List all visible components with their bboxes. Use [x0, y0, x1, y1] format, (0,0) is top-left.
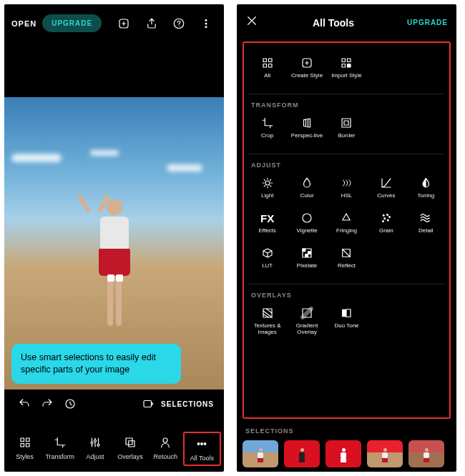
page-title: All Tools: [260, 17, 407, 29]
svg-rect-6: [144, 401, 152, 407]
svg-rect-10: [26, 444, 29, 447]
tool-perspective[interactable]: Perspec-tive: [288, 113, 326, 147]
svg-rect-41: [308, 252, 311, 254]
tool-pixelate[interactable]: Pixelate: [288, 243, 326, 277]
top-bar: OPEN UPGRADE: [4, 4, 224, 42]
selection-thumb[interactable]: [326, 440, 361, 467]
tool-grain[interactable]: Grain: [367, 208, 405, 242]
transform-icon: [52, 435, 68, 450]
crop-icon: [260, 115, 275, 131]
selection-thumb[interactable]: [243, 440, 278, 467]
svg-point-4: [205, 26, 207, 27]
svg-rect-15: [129, 441, 134, 447]
adjust-icon: [87, 435, 103, 450]
tool-detail[interactable]: Detail: [407, 208, 445, 242]
redo-icon[interactable]: [39, 396, 55, 412]
svg-rect-40: [303, 249, 305, 252]
bottom-toolbar: Styles Transform Adjust Overlays Retouch…: [4, 427, 224, 472]
section-overlays: OVERLAYS Textures & Images Gradient Over…: [248, 284, 445, 345]
undo-icon[interactable]: [16, 396, 32, 412]
history-icon[interactable]: [62, 396, 78, 412]
tool-adjust[interactable]: Adjust: [77, 432, 112, 466]
svg-rect-9: [21, 444, 24, 447]
svg-point-18: [201, 443, 203, 445]
tool-vignette[interactable]: Vignette: [288, 208, 326, 242]
effects-icon: FX: [260, 210, 275, 226]
upgrade-button[interactable]: UPGRADE: [407, 19, 448, 26]
svg-rect-20: [263, 59, 267, 62]
tool-crop[interactable]: Crop: [248, 113, 286, 147]
tool-lut[interactable]: LUT: [248, 243, 286, 277]
svg-point-37: [387, 219, 388, 221]
more-icon[interactable]: [200, 16, 212, 31]
section-header: ADJUST: [248, 160, 445, 173]
tool-reflect[interactable]: Reflect: [328, 243, 366, 277]
svg-point-31: [265, 181, 270, 185]
tool-color[interactable]: Color: [288, 173, 326, 207]
tool-transform[interactable]: Transform: [42, 432, 77, 466]
curves-icon: [378, 175, 394, 191]
svg-rect-22: [263, 64, 267, 68]
gradient-icon: [299, 305, 315, 321]
tools-panel: All Create Style Import Style TRANSFORM …: [243, 41, 451, 419]
close-icon[interactable]: [245, 14, 260, 31]
tool-styles[interactable]: Styles: [7, 432, 42, 466]
tool-retouch[interactable]: Retouch: [148, 432, 183, 466]
svg-point-2: [205, 19, 207, 21]
styles-icon: [17, 435, 33, 450]
svg-rect-46: [342, 309, 346, 317]
upgrade-button[interactable]: UPGRADE: [42, 14, 102, 32]
tool-gradient[interactable]: Gradient Overlay: [288, 303, 326, 338]
section-header: TRANSFORM: [248, 100, 445, 113]
svg-rect-26: [348, 59, 351, 62]
retouch-icon: [157, 435, 173, 450]
selection-thumb[interactable]: [408, 440, 444, 467]
image-canvas[interactable]: Use smart selections to easily edit spec…: [4, 97, 224, 390]
editor-screen: OPEN UPGRADE Use smart selections to eas…: [4, 4, 224, 472]
tool-textures[interactable]: Textures & Images: [248, 303, 286, 338]
create-style-icon: [299, 55, 315, 71]
style-create[interactable]: Create Style: [288, 53, 326, 86]
reflect-icon: [338, 245, 354, 261]
help-icon[interactable]: [172, 16, 185, 31]
tool-toning[interactable]: Toning: [407, 173, 445, 207]
selection-thumb[interactable]: [284, 440, 320, 467]
all-tools-icon: [194, 436, 210, 452]
style-all[interactable]: All: [248, 53, 286, 86]
tool-light[interactable]: Light: [248, 173, 286, 207]
selections-button[interactable]: SELECTIONS: [160, 397, 215, 411]
vignette-icon: [299, 210, 315, 226]
svg-rect-7: [21, 438, 24, 442]
svg-point-35: [388, 217, 390, 218]
svg-point-38: [382, 221, 383, 222]
fringing-icon: [338, 210, 354, 226]
import-style-icon: [338, 55, 354, 71]
border-icon: [338, 115, 354, 131]
tool-all-tools[interactable]: All Tools: [183, 432, 221, 466]
tool-effects[interactable]: FXEffects: [248, 208, 286, 242]
tool-border[interactable]: Border: [328, 113, 366, 147]
open-button[interactable]: OPEN: [11, 19, 36, 28]
tool-curves[interactable]: Curves: [367, 173, 405, 207]
hsl-icon: [338, 175, 354, 191]
section-header: SELECTIONS: [243, 425, 451, 440]
compare-icon[interactable]: [140, 396, 156, 412]
svg-point-3: [205, 23, 207, 24]
svg-rect-47: [346, 309, 351, 317]
section-header: OVERLAYS: [248, 290, 445, 303]
svg-rect-23: [268, 64, 272, 68]
tool-fringing[interactable]: Fringing: [328, 208, 366, 242]
svg-point-36: [384, 218, 386, 219]
style-import[interactable]: Import Style: [328, 53, 366, 86]
all-tools-header: All Tools UPGRADE: [237, 4, 456, 41]
svg-rect-14: [126, 438, 132, 445]
share-icon[interactable]: [145, 16, 157, 31]
tool-duotone[interactable]: Duo Tone: [328, 303, 366, 338]
selection-thumb[interactable]: [367, 440, 403, 467]
textures-icon: [260, 305, 275, 321]
tool-overlays[interactable]: Overlays: [113, 432, 148, 466]
svg-point-16: [163, 438, 167, 442]
add-icon[interactable]: [117, 16, 130, 31]
svg-point-12: [94, 440, 96, 442]
tool-hsl[interactable]: HSL: [328, 173, 366, 207]
